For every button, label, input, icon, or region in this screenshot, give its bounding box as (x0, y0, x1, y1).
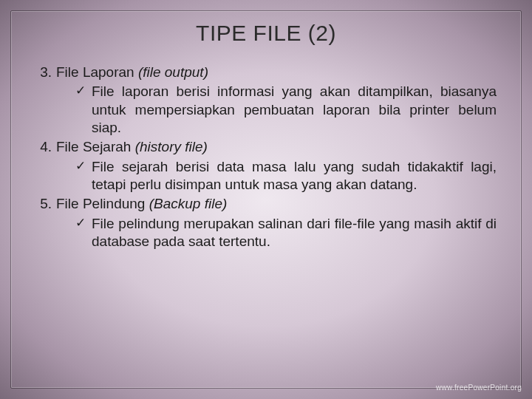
list-subitem: ✓ File sejarah berisi data masa lalu yan… (35, 158, 497, 194)
check-icon: ✓ (75, 215, 92, 251)
check-icon: ✓ (75, 158, 92, 194)
list-item: 4. File Sejarah (history file) (35, 138, 497, 156)
item-detail: File laporan berisi informasi yang akan … (92, 83, 497, 137)
check-icon: ✓ (75, 83, 92, 137)
numbered-list: 3. File Laporan (file output) ✓ File lap… (35, 64, 497, 250)
list-subitem: ✓ File pelindung merupakan salinan dari … (35, 215, 497, 251)
item-detail: File sejarah berisi data masa lalu yang … (92, 158, 497, 194)
item-parenthetical: (history file) (135, 139, 208, 154)
item-parenthetical: (Backup file) (149, 196, 228, 211)
list-subitem: ✓ File laporan berisi informasi yang aka… (35, 83, 497, 137)
slide-content: TIPE FILE (2) 3. File Laporan (file outp… (35, 21, 497, 252)
list-item: 5. File Pelindung (Backup file) (35, 195, 497, 213)
item-name: File Laporan (56, 64, 134, 80)
item-number: 4. (35, 138, 56, 156)
item-number: 5. (35, 195, 56, 213)
item-heading: File Pelindung (Backup file) (56, 195, 227, 213)
item-name: File Sejarah (56, 139, 131, 154)
item-heading: File Laporan (file output) (56, 64, 208, 81)
item-parenthetical: (file output) (138, 64, 208, 80)
item-heading: File Sejarah (history file) (56, 138, 208, 156)
watermark: www.freePowerPoint.org (436, 383, 522, 392)
list-item: 3. File Laporan (file output) (35, 64, 497, 81)
item-number: 3. (35, 64, 56, 81)
slide-title: TIPE FILE (2) (35, 21, 497, 46)
item-detail: File pelindung merupakan salinan dari fi… (92, 215, 497, 251)
item-name: File Pelindung (56, 196, 145, 211)
